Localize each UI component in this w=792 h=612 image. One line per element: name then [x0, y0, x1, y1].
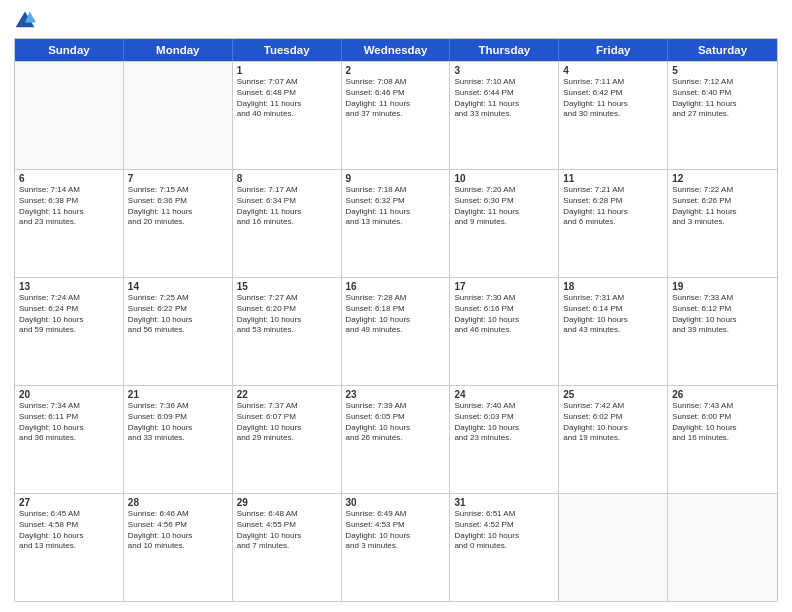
calendar-cell: 16Sunrise: 7:28 AMSunset: 6:18 PMDayligh…: [342, 278, 451, 385]
cell-info: Sunrise: 6:48 AMSunset: 4:55 PMDaylight:…: [237, 509, 337, 552]
day-number: 22: [237, 389, 337, 400]
cell-info: Sunrise: 7:07 AMSunset: 6:48 PMDaylight:…: [237, 77, 337, 120]
cell-info: Sunrise: 7:20 AMSunset: 6:30 PMDaylight:…: [454, 185, 554, 228]
logo: [14, 10, 40, 32]
day-number: 6: [19, 173, 119, 184]
calendar-row-1: 6Sunrise: 7:14 AMSunset: 6:38 PMDaylight…: [15, 169, 777, 277]
page: SundayMondayTuesdayWednesdayThursdayFrid…: [0, 0, 792, 612]
cell-info: Sunrise: 7:39 AMSunset: 6:05 PMDaylight:…: [346, 401, 446, 444]
day-number: 29: [237, 497, 337, 508]
calendar-cell: 15Sunrise: 7:27 AMSunset: 6:20 PMDayligh…: [233, 278, 342, 385]
calendar-cell: [15, 62, 124, 169]
calendar-body: 1Sunrise: 7:07 AMSunset: 6:48 PMDaylight…: [15, 61, 777, 601]
header-day-monday: Monday: [124, 39, 233, 61]
calendar-cell: 26Sunrise: 7:43 AMSunset: 6:00 PMDayligh…: [668, 386, 777, 493]
day-number: 20: [19, 389, 119, 400]
cell-info: Sunrise: 7:30 AMSunset: 6:16 PMDaylight:…: [454, 293, 554, 336]
cell-info: Sunrise: 7:22 AMSunset: 6:26 PMDaylight:…: [672, 185, 773, 228]
cell-info: Sunrise: 7:42 AMSunset: 6:02 PMDaylight:…: [563, 401, 663, 444]
day-number: 3: [454, 65, 554, 76]
cell-info: Sunrise: 7:36 AMSunset: 6:09 PMDaylight:…: [128, 401, 228, 444]
calendar-cell: 29Sunrise: 6:48 AMSunset: 4:55 PMDayligh…: [233, 494, 342, 601]
calendar-cell: 31Sunrise: 6:51 AMSunset: 4:52 PMDayligh…: [450, 494, 559, 601]
calendar-cell: 17Sunrise: 7:30 AMSunset: 6:16 PMDayligh…: [450, 278, 559, 385]
cell-info: Sunrise: 7:40 AMSunset: 6:03 PMDaylight:…: [454, 401, 554, 444]
calendar-cell: 11Sunrise: 7:21 AMSunset: 6:28 PMDayligh…: [559, 170, 668, 277]
cell-info: Sunrise: 6:51 AMSunset: 4:52 PMDaylight:…: [454, 509, 554, 552]
cell-info: Sunrise: 7:28 AMSunset: 6:18 PMDaylight:…: [346, 293, 446, 336]
calendar-cell: 5Sunrise: 7:12 AMSunset: 6:40 PMDaylight…: [668, 62, 777, 169]
calendar-cell: 19Sunrise: 7:33 AMSunset: 6:12 PMDayligh…: [668, 278, 777, 385]
day-number: 12: [672, 173, 773, 184]
day-number: 16: [346, 281, 446, 292]
calendar-cell: 27Sunrise: 6:45 AMSunset: 4:58 PMDayligh…: [15, 494, 124, 601]
day-number: 1: [237, 65, 337, 76]
day-number: 2: [346, 65, 446, 76]
day-number: 31: [454, 497, 554, 508]
header-day-saturday: Saturday: [668, 39, 777, 61]
calendar-cell: 2Sunrise: 7:08 AMSunset: 6:46 PMDaylight…: [342, 62, 451, 169]
cell-info: Sunrise: 6:46 AMSunset: 4:56 PMDaylight:…: [128, 509, 228, 552]
day-number: 19: [672, 281, 773, 292]
cell-info: Sunrise: 7:21 AMSunset: 6:28 PMDaylight:…: [563, 185, 663, 228]
day-number: 11: [563, 173, 663, 184]
calendar-header: SundayMondayTuesdayWednesdayThursdayFrid…: [15, 39, 777, 61]
calendar: SundayMondayTuesdayWednesdayThursdayFrid…: [14, 38, 778, 602]
calendar-cell: 12Sunrise: 7:22 AMSunset: 6:26 PMDayligh…: [668, 170, 777, 277]
day-number: 9: [346, 173, 446, 184]
cell-info: Sunrise: 6:49 AMSunset: 4:53 PMDaylight:…: [346, 509, 446, 552]
calendar-cell: 7Sunrise: 7:15 AMSunset: 6:36 PMDaylight…: [124, 170, 233, 277]
day-number: 25: [563, 389, 663, 400]
cell-info: Sunrise: 7:14 AMSunset: 6:38 PMDaylight:…: [19, 185, 119, 228]
day-number: 10: [454, 173, 554, 184]
day-number: 15: [237, 281, 337, 292]
calendar-cell: 14Sunrise: 7:25 AMSunset: 6:22 PMDayligh…: [124, 278, 233, 385]
calendar-row-0: 1Sunrise: 7:07 AMSunset: 6:48 PMDaylight…: [15, 61, 777, 169]
cell-info: Sunrise: 7:11 AMSunset: 6:42 PMDaylight:…: [563, 77, 663, 120]
calendar-cell: 8Sunrise: 7:17 AMSunset: 6:34 PMDaylight…: [233, 170, 342, 277]
day-number: 30: [346, 497, 446, 508]
calendar-cell: 22Sunrise: 7:37 AMSunset: 6:07 PMDayligh…: [233, 386, 342, 493]
header-day-friday: Friday: [559, 39, 668, 61]
cell-info: Sunrise: 7:17 AMSunset: 6:34 PMDaylight:…: [237, 185, 337, 228]
calendar-cell: 3Sunrise: 7:10 AMSunset: 6:44 PMDaylight…: [450, 62, 559, 169]
calendar-cell: 23Sunrise: 7:39 AMSunset: 6:05 PMDayligh…: [342, 386, 451, 493]
calendar-cell: 1Sunrise: 7:07 AMSunset: 6:48 PMDaylight…: [233, 62, 342, 169]
cell-info: Sunrise: 7:27 AMSunset: 6:20 PMDaylight:…: [237, 293, 337, 336]
calendar-row-2: 13Sunrise: 7:24 AMSunset: 6:24 PMDayligh…: [15, 277, 777, 385]
day-number: 8: [237, 173, 337, 184]
cell-info: Sunrise: 7:10 AMSunset: 6:44 PMDaylight:…: [454, 77, 554, 120]
calendar-cell: 25Sunrise: 7:42 AMSunset: 6:02 PMDayligh…: [559, 386, 668, 493]
cell-info: Sunrise: 7:12 AMSunset: 6:40 PMDaylight:…: [672, 77, 773, 120]
day-number: 21: [128, 389, 228, 400]
day-number: 27: [19, 497, 119, 508]
calendar-cell: 24Sunrise: 7:40 AMSunset: 6:03 PMDayligh…: [450, 386, 559, 493]
header-day-thursday: Thursday: [450, 39, 559, 61]
header: [14, 10, 778, 32]
day-number: 13: [19, 281, 119, 292]
cell-info: Sunrise: 7:08 AMSunset: 6:46 PMDaylight:…: [346, 77, 446, 120]
cell-info: Sunrise: 7:34 AMSunset: 6:11 PMDaylight:…: [19, 401, 119, 444]
day-number: 24: [454, 389, 554, 400]
cell-info: Sunrise: 7:43 AMSunset: 6:00 PMDaylight:…: [672, 401, 773, 444]
calendar-cell: 6Sunrise: 7:14 AMSunset: 6:38 PMDaylight…: [15, 170, 124, 277]
day-number: 28: [128, 497, 228, 508]
day-number: 18: [563, 281, 663, 292]
cell-info: Sunrise: 7:37 AMSunset: 6:07 PMDaylight:…: [237, 401, 337, 444]
cell-info: Sunrise: 6:45 AMSunset: 4:58 PMDaylight:…: [19, 509, 119, 552]
calendar-cell: [124, 62, 233, 169]
day-number: 5: [672, 65, 773, 76]
cell-info: Sunrise: 7:33 AMSunset: 6:12 PMDaylight:…: [672, 293, 773, 336]
calendar-row-4: 27Sunrise: 6:45 AMSunset: 4:58 PMDayligh…: [15, 493, 777, 601]
cell-info: Sunrise: 7:24 AMSunset: 6:24 PMDaylight:…: [19, 293, 119, 336]
header-day-sunday: Sunday: [15, 39, 124, 61]
day-number: 26: [672, 389, 773, 400]
header-day-tuesday: Tuesday: [233, 39, 342, 61]
logo-icon: [14, 10, 36, 32]
day-number: 14: [128, 281, 228, 292]
calendar-row-3: 20Sunrise: 7:34 AMSunset: 6:11 PMDayligh…: [15, 385, 777, 493]
header-day-wednesday: Wednesday: [342, 39, 451, 61]
day-number: 23: [346, 389, 446, 400]
calendar-cell: 4Sunrise: 7:11 AMSunset: 6:42 PMDaylight…: [559, 62, 668, 169]
day-number: 17: [454, 281, 554, 292]
